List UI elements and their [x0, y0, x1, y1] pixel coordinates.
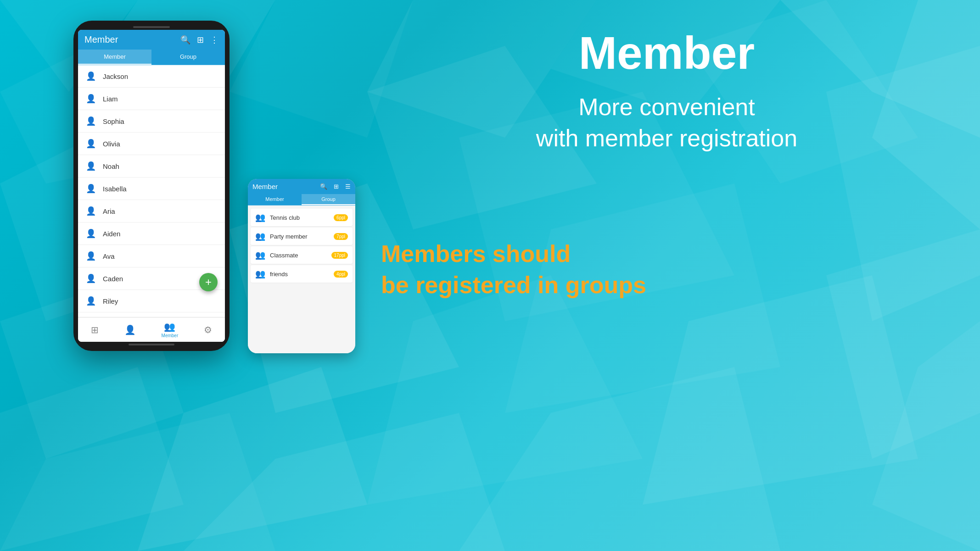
avatar: 👤	[84, 92, 97, 105]
person-nav-icon: 👤	[124, 324, 136, 335]
group-list-small: 👥 Tennis club 6ppl 👥 Party member 7ppl 👥…	[248, 206, 355, 353]
grid-nav-icon: ⊞	[91, 324, 99, 335]
group-name: Classmate	[270, 252, 327, 259]
member-name: Ava	[103, 252, 115, 260]
group-icon: 👥	[255, 212, 265, 223]
member-name: Isabella	[103, 185, 127, 193]
list-item[interactable]: 👤 Isabella	[78, 178, 225, 200]
bottom-nav-large: ⊞ 👤 👥 Member ⚙	[78, 317, 225, 342]
nav-item-settings[interactable]: ⚙	[204, 324, 212, 335]
phone-screen-large: Member 🔍 ⊞ ⋮ Member Group 👤 Jackson 👤	[78, 30, 225, 342]
grid-icon[interactable]: ⊞	[197, 35, 204, 45]
group-text-line1: Members should	[381, 240, 571, 267]
phone-small: Member 🔍 ⊞ ☰ Member Group 👥 Tennis club …	[248, 179, 355, 353]
group-icon: 👥	[255, 250, 265, 260]
tab-bar-small: Member Group	[248, 194, 355, 206]
list-item[interactable]: 👤 Olivia	[78, 133, 225, 155]
app-title-large: Member	[84, 34, 118, 45]
main-title: Member	[381, 28, 952, 78]
group-text-content: Members should be registered in groups	[381, 239, 952, 301]
avatar: 👤	[84, 182, 97, 195]
list-icon-small[interactable]: ☰	[345, 183, 351, 190]
group-count: 4ppl	[334, 271, 348, 278]
tab-group-large[interactable]: Group	[151, 50, 225, 65]
nav-item-person[interactable]: 👤	[124, 324, 136, 335]
svg-marker-18	[138, 367, 367, 551]
app-title-small: Member	[252, 183, 278, 190]
nav-member-label: Member	[162, 333, 179, 338]
people-nav-icon: 👥	[164, 321, 175, 332]
member-name: Liam	[103, 95, 118, 103]
tab-member-large[interactable]: Member	[78, 50, 151, 65]
group-name: friends	[270, 271, 329, 278]
nav-item-grid[interactable]: ⊞	[91, 324, 99, 335]
svg-marker-19	[367, 275, 643, 505]
group-registration-text: Members should be registered in groups	[381, 239, 952, 301]
member-name: Aria	[103, 207, 115, 215]
member-list-large: 👤 Jackson 👤 Liam 👤 Sophia 👤 Olivia 👤 Noa…	[78, 65, 225, 317]
tab-member-small[interactable]: Member	[248, 194, 302, 205]
member-name: Riley	[103, 297, 118, 305]
more-icon[interactable]: ⋮	[210, 35, 218, 45]
member-name: Olivia	[103, 140, 120, 148]
svg-marker-21	[872, 321, 980, 551]
nav-item-member[interactable]: 👥 Member	[162, 321, 179, 338]
subtitle-line2: with member registration	[536, 125, 797, 151]
list-item[interactable]: 👤 Jackson	[78, 65, 225, 88]
list-item[interactable]: 👤 Liam	[78, 88, 225, 110]
subtitle: More convenient with member registration	[381, 92, 952, 154]
member-name: Sophia	[103, 117, 124, 125]
tab-group-small[interactable]: Group	[302, 194, 355, 205]
svg-marker-20	[643, 275, 918, 505]
list-item[interactable]: 👤 Aiden	[78, 223, 225, 245]
settings-nav-icon: ⚙	[204, 324, 212, 335]
avatar: 👤	[84, 137, 97, 150]
avatar: 👤	[84, 250, 97, 262]
group-count: 7ppl	[334, 233, 348, 240]
avatar: 👤	[84, 160, 97, 173]
avatar: 👤	[84, 205, 97, 217]
member-name: Jackson	[103, 72, 128, 80]
list-item[interactable]: 👤 Ava	[78, 245, 225, 267]
right-content: Member More convenient with member regis…	[381, 28, 952, 154]
svg-marker-23	[184, 413, 505, 551]
app-header-small: Member 🔍 ⊞ ☰	[248, 179, 355, 194]
avatar: 👤	[84, 70, 97, 83]
app-header-large: Member 🔍 ⊞ ⋮	[78, 30, 225, 50]
add-member-button[interactable]: +	[199, 273, 218, 291]
avatar: 👤	[84, 227, 97, 240]
list-item[interactable]: 👤 Noah	[78, 155, 225, 178]
search-icon-small[interactable]: 🔍	[320, 183, 327, 190]
group-icon: 👥	[255, 269, 265, 279]
group-text-line2: be registered in groups	[381, 272, 646, 298]
group-count: 6ppl	[334, 214, 348, 221]
svg-marker-22	[0, 413, 275, 551]
group-count: 17ppl	[331, 252, 348, 259]
subtitle-line1: More convenient	[578, 94, 755, 120]
list-item[interactable]: 👤 Sophia	[78, 110, 225, 133]
group-icon: 👥	[255, 231, 265, 241]
list-item[interactable]: 👥 friends 4ppl	[251, 265, 353, 283]
list-item[interactable]: 👤 Aria	[78, 200, 225, 223]
group-name: Tennis club	[270, 214, 329, 221]
avatar: 👤	[84, 115, 97, 128]
list-item[interactable]: 👥 Tennis club 6ppl	[251, 209, 353, 226]
group-name: Party member	[270, 233, 329, 240]
header-icons-small: 🔍 ⊞ ☰	[320, 183, 351, 190]
avatar: 👤	[84, 295, 97, 307]
list-item[interactable]: 👥 Classmate 17ppl	[251, 246, 353, 264]
search-icon[interactable]: 🔍	[180, 35, 190, 45]
tab-bar-large: Member Group	[78, 50, 225, 65]
member-name: Caden	[103, 275, 123, 283]
phone-large: Member 🔍 ⊞ ⋮ Member Group 👤 Jackson 👤	[73, 21, 230, 351]
svg-marker-24	[459, 367, 780, 551]
grid-icon-small[interactable]: ⊞	[334, 183, 339, 190]
header-icons-large: 🔍 ⊞ ⋮	[180, 35, 218, 45]
list-item[interactable]: 👥 Party member 7ppl	[251, 228, 353, 245]
svg-marker-17	[0, 367, 184, 551]
avatar: 👤	[84, 272, 97, 285]
member-name: Noah	[103, 162, 119, 170]
list-item[interactable]: 👤 Riley	[78, 290, 225, 312]
member-name: Aiden	[103, 230, 120, 238]
